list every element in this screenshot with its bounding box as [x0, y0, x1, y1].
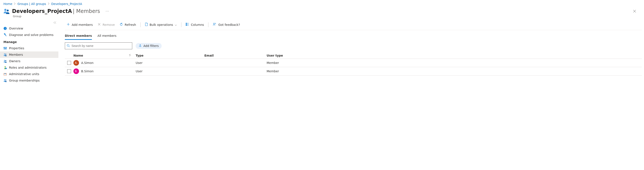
sidebar-item-group-memberships[interactable]: Group memberships: [0, 77, 58, 84]
breadcrumb-groups[interactable]: Groups | All groups: [18, 2, 46, 6]
svg-rect-3: [5, 28, 5, 30]
admin-icon: [4, 66, 7, 69]
svg-point-15: [4, 66, 6, 67]
svg-point-0: [4, 9, 6, 11]
table-row[interactable]: B.B.SimonUserMember: [65, 67, 642, 75]
avatar: A.: [74, 60, 79, 66]
svg-point-20: [4, 79, 5, 80]
svg-point-16: [5, 68, 7, 69]
collapse-sidebar-button[interactable]: [0, 21, 58, 25]
people-icon: [4, 59, 7, 63]
svg-point-11: [4, 54, 5, 55]
chevron-right-icon: [14, 2, 16, 6]
columns-icon: [186, 23, 189, 27]
svg-rect-19: [4, 74, 6, 74]
separator: [181, 22, 182, 27]
main-content: Add members Remove Refresh Bulk operatio: [58, 20, 644, 85]
breadcrumb-current[interactable]: Developers_ProjectA: [51, 2, 82, 6]
avatar: B.: [74, 68, 79, 74]
chevron-down-icon: [175, 23, 177, 27]
refresh-button[interactable]: Refresh: [118, 21, 138, 28]
sort-icon[interactable]: [129, 54, 132, 57]
member-name: B.Simon: [81, 69, 94, 73]
info-icon: [4, 27, 7, 30]
member-name: A.Simon: [81, 61, 94, 64]
close-button[interactable]: [633, 10, 636, 13]
sidebar-item-label: Diagnose and solve problems: [9, 33, 54, 37]
svg-point-1: [7, 10, 9, 12]
row-checkbox[interactable]: [67, 69, 71, 73]
remove-button: Remove: [96, 21, 116, 28]
people-icon: [4, 79, 7, 82]
sidebar-item-properties[interactable]: Properties: [0, 45, 58, 51]
columns-button[interactable]: Columns: [184, 22, 206, 28]
sidebar-item-owners[interactable]: Owners: [0, 58, 58, 64]
member-user-type: Member: [266, 61, 310, 64]
col-type[interactable]: Type: [136, 54, 204, 57]
more-actions-button[interactable]: ···: [106, 10, 109, 13]
feedback-button[interactable]: Got feedback?: [211, 21, 242, 28]
svg-point-13: [4, 60, 5, 61]
filter-row: Add filters: [65, 41, 642, 52]
bulk-operations-button[interactable]: Bulk operations: [143, 21, 178, 28]
sidebar-item-label: Administrative units: [9, 72, 39, 76]
sidebar: Overview Diagnose and solve problems Man…: [0, 20, 58, 85]
svg-point-12: [5, 54, 6, 55]
table-header: Name Type Email User type: [65, 52, 642, 59]
svg-rect-5: [4, 47, 4, 49]
table-row[interactable]: A.A.SimonUserMember: [65, 59, 642, 67]
svg-rect-10: [6, 48, 7, 48]
tab-all-members[interactable]: All members: [98, 34, 116, 40]
people-icon: [4, 53, 7, 56]
feedback-icon: [213, 23, 216, 27]
col-email[interactable]: Email: [204, 54, 266, 57]
member-type: User: [136, 69, 204, 73]
sidebar-item-label: Roles and administrators: [9, 66, 46, 69]
plus-icon: [66, 23, 70, 27]
svg-rect-6: [5, 47, 5, 49]
svg-point-22: [214, 23, 215, 24]
svg-point-21: [5, 80, 6, 81]
svg-rect-9: [5, 48, 6, 49]
col-name[interactable]: Name: [74, 54, 136, 57]
svg-point-23: [67, 44, 69, 46]
sidebar-item-label: Owners: [9, 59, 20, 63]
member-type: User: [136, 61, 204, 64]
sidebar-section-manage: Manage: [0, 38, 58, 45]
sidebar-item-label: Overview: [9, 27, 23, 30]
properties-icon: [4, 46, 7, 50]
tab-direct-members[interactable]: Direct members: [65, 34, 92, 40]
sidebar-item-label: Members: [9, 53, 23, 56]
filter-icon: [139, 44, 142, 48]
member-user-type: Member: [266, 69, 310, 73]
sidebar-item-label: Group memberships: [9, 79, 40, 82]
sidebar-item-overview[interactable]: Overview: [0, 25, 58, 32]
breadcrumb: Home Groups | All groups Developers_Proj…: [0, 0, 644, 7]
sidebar-item-members[interactable]: Members: [0, 51, 58, 58]
group-icon: [4, 8, 10, 14]
add-members-button[interactable]: Add members: [65, 21, 94, 28]
search-input[interactable]: [72, 44, 130, 48]
svg-point-4: [5, 27, 5, 28]
separator: [208, 22, 208, 27]
sidebar-item-roles-admins[interactable]: Roles and administrators: [0, 64, 58, 71]
sidebar-item-label: Properties: [9, 46, 24, 50]
member-tabs: Direct members All members: [65, 30, 642, 41]
breadcrumb-home[interactable]: Home: [4, 2, 12, 6]
command-bar: Add members Remove Refresh Bulk operatio: [65, 20, 642, 30]
wrench-icon: [4, 33, 7, 37]
row-checkbox[interactable]: [67, 61, 71, 65]
search-input-wrapper[interactable]: [65, 42, 132, 49]
svg-point-14: [5, 60, 6, 61]
table-body: A.A.SimonUserMemberB.B.SimonUserMember: [65, 59, 642, 75]
sidebar-item-admin-units[interactable]: Administrative units: [0, 71, 58, 77]
page-subtitle: Group: [0, 15, 644, 20]
page-title: Developers_ProjectA | Members: [12, 8, 100, 14]
sidebar-item-diagnose[interactable]: Diagnose and solve problems: [0, 32, 58, 38]
col-user-type[interactable]: User type: [266, 54, 310, 57]
svg-rect-8: [4, 47, 4, 48]
add-filters-button[interactable]: Add filters: [136, 43, 162, 49]
search-icon: [67, 44, 70, 48]
x-icon: [98, 23, 101, 27]
file-icon: [145, 23, 148, 27]
